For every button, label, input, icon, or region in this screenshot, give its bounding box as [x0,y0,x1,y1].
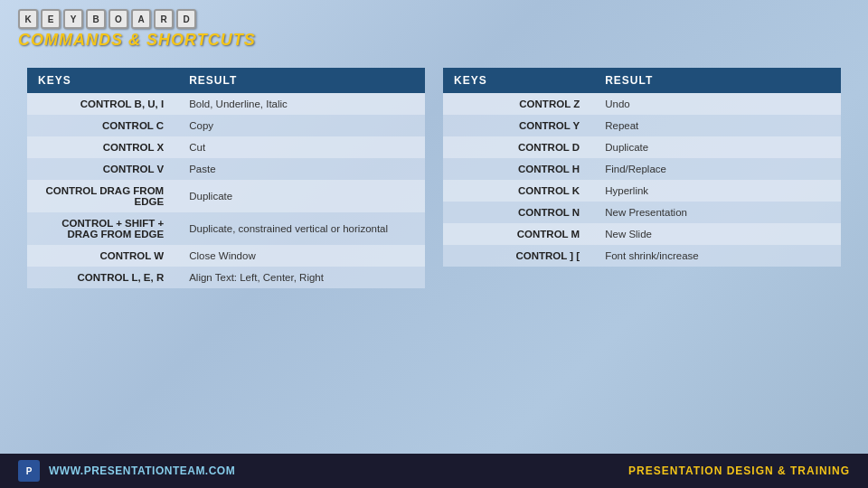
footer-left: P WWW.PRESENTATIONTEAM.COM [18,460,235,482]
left-row-keys: CONTROL C [27,115,178,136]
right-row-result: Repeat [594,115,841,136]
key-box-r: R [154,9,174,29]
left-table-row: CONTROL + SHIFT + DRAG FROM EDGEDuplicat… [27,212,425,245]
right-row-result: Duplicate [594,136,841,158]
left-table-row: CONTROL XCut [27,136,425,158]
left-col-keys: KEYS [27,68,178,93]
footer-logo: P [18,460,40,482]
right-col-result: RESULT [594,68,841,93]
right-row-keys: CONTROL M [443,223,594,245]
right-table: KEYS RESULT CONTROL ZUndoCONTROL YRepeat… [443,68,841,267]
left-row-keys: CONTROL B, U, I [27,93,178,115]
right-table-row: CONTROL DDuplicate [443,136,841,158]
right-table-row: CONTROL ZUndo [443,93,841,115]
key-box-o: O [108,9,128,29]
right-row-keys: CONTROL H [443,158,594,180]
left-table-row: CONTROL CCopy [27,115,425,136]
left-row-keys: CONTROL DRAG FROM EDGE [27,180,178,212]
main-content: KEYBOARD COMMANDS & SHORTCUTS KEYS RESUL… [0,0,868,488]
key-box-a: A [131,9,151,29]
logo-area: KEYBOARD COMMANDS & SHORTCUTS [18,9,256,50]
key-box-e: E [41,9,61,29]
left-row-result: Paste [178,158,425,180]
left-row-keys: CONTROL X [27,136,178,158]
footer-url: WWW.PRESENTATIONTEAM.COM [49,465,235,477]
left-row-keys: CONTROL W [27,245,178,267]
right-row-result: New Slide [594,223,841,245]
right-row-keys: CONTROL K [443,180,594,202]
right-row-keys: CONTROL ] [ [443,245,594,267]
left-table-row: CONTROL VPaste [27,158,425,180]
left-table-row: CONTROL L, E, RAlign Text: Left, Center,… [27,267,425,288]
right-row-result: Undo [594,93,841,115]
right-row-keys: CONTROL Y [443,115,594,136]
right-row-result: Find/Replace [594,158,841,180]
right-table-row: CONTROL ] [Font shrink/increase [443,245,841,267]
right-row-result: Font shrink/increase [594,245,841,267]
right-col-keys: KEYS [443,68,594,93]
key-box-y: Y [63,9,83,29]
left-table: KEYS RESULT CONTROL B, U, IBold, Underli… [27,68,425,288]
footer-tagline: PRESENTATION DESIGN & TRAINING [628,465,850,477]
left-row-result: Bold, Underline, Italic [178,93,425,115]
right-table-row: CONTROL KHyperlink [443,180,841,202]
keyboard-title: KEYBOARD [18,9,256,29]
key-box-b: B [86,9,106,29]
right-row-result: Hyperlink [594,180,841,202]
right-row-keys: CONTROL D [443,136,594,158]
commands-subtitle: COMMANDS & SHORTCUTS [18,31,256,50]
right-row-keys: CONTROL N [443,202,594,223]
tables-area: KEYS RESULT CONTROL B, U, IBold, Underli… [0,59,868,454]
right-table-row: CONTROL HFind/Replace [443,158,841,180]
right-row-keys: CONTROL Z [443,93,594,115]
right-table-row: CONTROL YRepeat [443,115,841,136]
header: KEYBOARD COMMANDS & SHORTCUTS [0,0,868,59]
left-row-keys: CONTROL + SHIFT + DRAG FROM EDGE [27,212,178,245]
right-row-result: New Presentation [594,202,841,223]
key-box-d: D [176,9,196,29]
left-row-result: Duplicate, constrained vertical or horiz… [178,212,425,245]
right-table-row: CONTROL NNew Presentation [443,202,841,223]
left-row-result: Cut [178,136,425,158]
right-table-container: KEYS RESULT CONTROL ZUndoCONTROL YRepeat… [443,68,841,267]
left-col-result: RESULT [178,68,425,93]
left-table-row: CONTROL WClose Window [27,245,425,267]
left-table-row: CONTROL DRAG FROM EDGEDuplicate [27,180,425,212]
left-row-keys: CONTROL V [27,158,178,180]
left-table-row: CONTROL B, U, IBold, Underline, Italic [27,93,425,115]
right-table-row: CONTROL MNew Slide [443,223,841,245]
left-row-result: Close Window [178,245,425,267]
key-box-k: K [18,9,38,29]
left-row-result: Align Text: Left, Center, Right [178,267,425,288]
left-table-container: KEYS RESULT CONTROL B, U, IBold, Underli… [27,68,425,288]
footer: P WWW.PRESENTATIONTEAM.COM PRESENTATION … [0,454,868,488]
left-row-result: Copy [178,115,425,136]
left-row-keys: CONTROL L, E, R [27,267,178,288]
left-row-result: Duplicate [178,180,425,212]
